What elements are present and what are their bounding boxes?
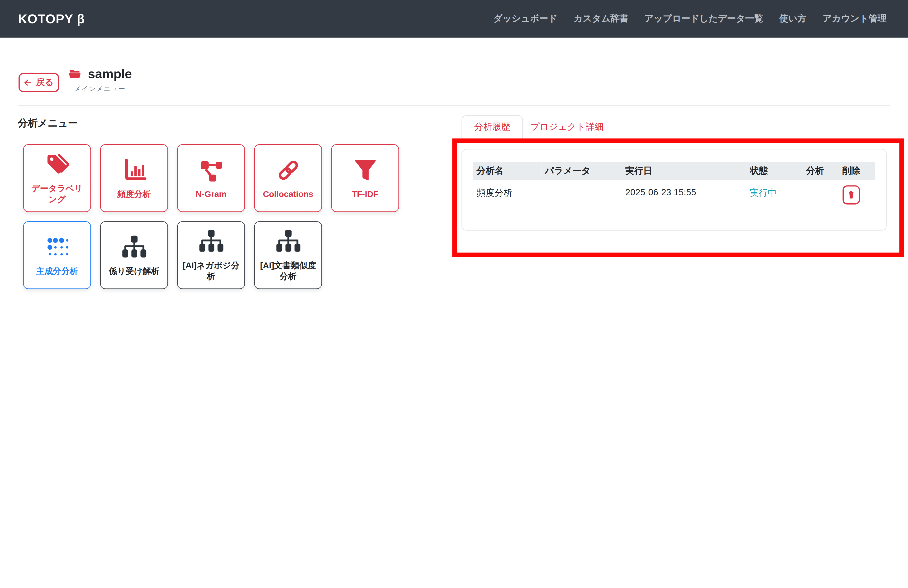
sitemap-icon: [198, 228, 224, 255]
col-parameters: パラメータ: [541, 162, 622, 180]
nav-account-management[interactable]: アカウント管理: [823, 13, 887, 25]
card-label: [AI]ネガポジ分析: [181, 260, 241, 282]
card-label: Collocations: [263, 188, 313, 200]
arrow-left-icon: [24, 78, 32, 87]
diagram-icon: [198, 157, 224, 184]
tags-icon: [44, 151, 70, 178]
menu-card-tfidf[interactable]: TF-IDF: [331, 144, 399, 212]
menu-card-ai-sentiment[interactable]: [AI]ネガポジ分析: [177, 221, 245, 289]
nav-usage-guide[interactable]: 使い方: [779, 13, 807, 25]
tabs: 分析履歴 プロジェクト詳細: [462, 115, 887, 139]
card-label: 係り受け解析: [109, 266, 159, 277]
top-nav: ダッシュボード カスタム辞書 アップロードしたデータ一覧 使い方 アカウント管理: [493, 13, 887, 25]
menu-card-frequency-analysis[interactable]: 頻度分析: [100, 144, 168, 212]
col-analysis: 分析: [803, 162, 839, 180]
card-label: 主成分分析: [36, 266, 78, 277]
history-card: 分析名 パラメータ 実行日 状態 分析 削除 頻度分析 2025-06-23: [462, 149, 887, 231]
link-icon: [275, 157, 301, 184]
sitemap-icon: [275, 228, 301, 255]
card-label: N-Gram: [196, 188, 227, 200]
project-subtitle: メインメニュー: [68, 85, 132, 93]
col-executed-at: 実行日: [622, 162, 747, 180]
dots-grid-icon: [44, 234, 70, 260]
main-content: 戻る sample メインメニュー 分析メニュー: [0, 37, 908, 289]
page: KOTOPY β ダッシュボード カスタム辞書 アップロードしたデータ一覧 使い…: [0, 0, 908, 588]
nav-dashboard[interactable]: ダッシュボード: [493, 13, 557, 25]
brand-logo[interactable]: KOTOPY β: [18, 11, 85, 26]
nav-uploaded-data-list[interactable]: アップロードしたデータ一覧: [645, 13, 763, 25]
col-analysis-name: 分析名: [473, 162, 541, 180]
back-button[interactable]: 戻る: [19, 73, 59, 92]
nav-custom-dictionary[interactable]: カスタム辞書: [573, 13, 628, 25]
menu-card-dependency-parsing[interactable]: 係り受け解析: [100, 221, 168, 289]
back-label: 戻る: [36, 77, 54, 88]
bar-chart-icon: [121, 157, 147, 184]
cell-status: 実行中: [746, 180, 803, 204]
tab-analysis-history[interactable]: 分析履歴: [462, 115, 523, 139]
tab-label: 分析履歴: [474, 121, 510, 133]
table-header-row: 分析名 パラメータ 実行日 状態 分析 削除: [473, 162, 875, 180]
folder-open-icon: [68, 68, 82, 81]
card-label: [AI]文書類似度分析: [258, 260, 318, 282]
card-label: データラベリング: [27, 183, 87, 205]
menu-card-pca[interactable]: 主成分分析: [23, 221, 91, 289]
funnel-icon: [352, 157, 378, 184]
cell-analysis-name: 頻度分析: [473, 180, 541, 204]
col-status: 状態: [746, 162, 803, 180]
card-label: TF-IDF: [352, 188, 378, 200]
card-label: 頻度分析: [118, 188, 151, 200]
analysis-menu-grid: データラベリング 頻度分析: [23, 144, 400, 289]
menu-card-collocations[interactable]: Collocations: [254, 144, 322, 212]
col-delete: 削除: [839, 162, 875, 180]
project-name: sample: [88, 66, 132, 82]
history-panel: 分析履歴 プロジェクト詳細 分析名 パラメータ 実: [462, 115, 887, 230]
cell-parameters: [541, 180, 622, 204]
menu-card-ngram[interactable]: N-Gram: [177, 144, 245, 212]
sitemap-icon: [121, 234, 147, 260]
page-head: 戻る sample メインメニュー: [18, 37, 890, 106]
tab-project-details[interactable]: プロジェクト詳細: [523, 115, 610, 139]
cell-delete: [839, 180, 875, 204]
menu-card-ai-doc-similarity[interactable]: [AI]文書類似度分析: [254, 221, 322, 289]
menu-card-data-labeling[interactable]: データラベリング: [23, 144, 91, 212]
table-row: 頻度分析 2025-06-23 15:55 実行中: [473, 180, 875, 204]
trash-icon: [847, 190, 855, 200]
app-header: KOTOPY β ダッシュボード カスタム辞書 アップロードしたデータ一覧 使い…: [0, 0, 908, 37]
delete-button[interactable]: [842, 185, 860, 204]
cell-executed-at: 2025-06-23 15:55: [622, 180, 747, 204]
tab-label: プロジェクト詳細: [530, 121, 604, 133]
history-table: 分析名 パラメータ 実行日 状態 分析 削除 頻度分析 2025-06-23: [473, 162, 875, 205]
project-title-block: sample メインメニュー: [68, 66, 132, 93]
cell-analysis: [803, 180, 839, 204]
